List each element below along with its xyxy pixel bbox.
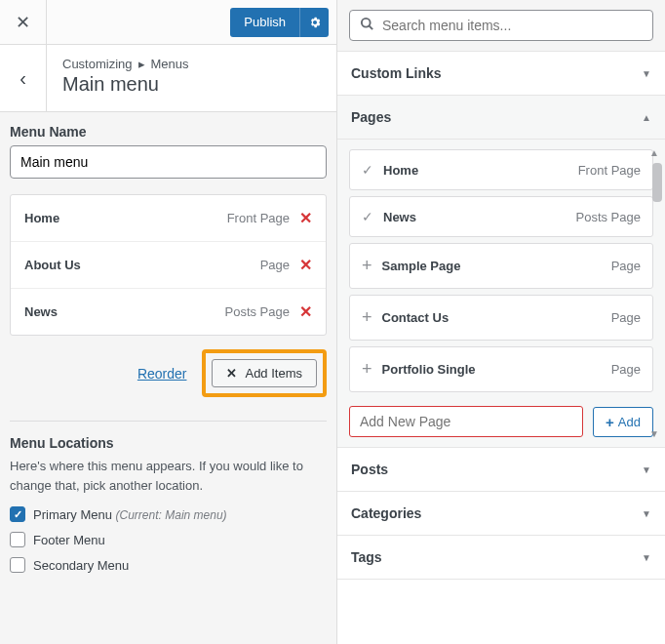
chevron-up-icon: ▲ [642,112,651,123]
add-items-button[interactable]: ✕ Add Items [212,359,317,387]
page-item[interactable]: +Sample PagePage [349,243,653,289]
location-option[interactable]: Primary Menu (Current: Main menu) [10,506,327,522]
page-item[interactable]: +Portfolio SinglePage [349,346,653,392]
menu-name-label: Menu Name [10,124,327,140]
panel-header: ‹ Customizing ▸ Menus Main menu [0,45,336,112]
plus-icon: + [362,359,372,380]
plus-icon: + [362,307,372,328]
page-item-type: Posts Page [576,210,642,224]
publish-button[interactable]: Publish [230,8,299,37]
plus-icon: + [362,256,372,276]
checkbox[interactable] [10,557,25,573]
add-items-highlight: ✕ Add Items [202,349,327,397]
menu-item-type: Page [260,258,290,272]
page-item-label: Portfolio Single [382,362,602,377]
menu-item-label: News [24,304,225,319]
customizer-panel: ✕ Publish ‹ Customizing ▸ Menus Main men… [0,0,337,644]
chevron-down-icon: ▼ [642,552,651,563]
menu-item-type: Front Page [227,211,290,225]
pages-list-wrap: ▲ ▼ ✓HomeFront Page✓NewsPosts Page+Sampl… [337,140,665,448]
location-option[interactable]: Footer Menu [10,532,327,547]
page-item[interactable]: +Contact UsPage [349,295,653,341]
top-bar: ✕ Publish [0,0,336,45]
section-pages[interactable]: Pages ▲ [337,96,665,140]
add-items-label: Add Items [245,366,302,381]
section-tags[interactable]: Tags ▼ [337,536,665,580]
location-option[interactable]: Secondary Menu [10,557,327,573]
divider [10,421,327,422]
reorder-link[interactable]: Reorder [137,366,187,382]
section-categories[interactable]: Categories ▼ [337,492,665,536]
page-item-label: Sample Page [382,259,602,273]
page-item[interactable]: ✓NewsPosts Page [349,196,653,237]
menu-item[interactable]: About UsPage✕ [11,242,326,289]
menu-item-label: Home [24,211,227,225]
menu-locations-desc: Here's where this menu appears. If you w… [10,457,327,495]
chevron-right-icon: ▸ [138,57,145,71]
location-label: Primary Menu (Current: Main menu) [33,507,227,522]
svg-line-1 [369,25,372,29]
page-item-type: Page [611,362,641,377]
add-page-button[interactable]: + Add [593,407,653,437]
page-item[interactable]: ✓HomeFront Page [349,149,653,190]
remove-icon[interactable]: ✕ [299,302,312,321]
menu-name-input[interactable] [10,145,327,179]
add-new-page-input[interactable] [349,406,583,437]
checkbox[interactable] [10,506,25,522]
section-label: Pages [351,109,391,125]
close-icon: ✕ [226,366,237,381]
search-box[interactable] [349,10,653,41]
section-posts[interactable]: Posts ▼ [337,448,665,492]
menu-locations-list: Primary Menu (Current: Main menu)Footer … [10,506,327,573]
check-icon: ✓ [362,162,373,178]
menu-item-type: Posts Page [225,304,291,319]
page-item-type: Front Page [578,163,641,178]
add-button-label: Add [618,415,641,429]
section-label: Categories [351,505,421,521]
menu-item-label: About Us [24,258,260,272]
chevron-down-icon: ▼ [642,508,651,519]
scroll-up-icon[interactable]: ▲ [649,147,659,158]
page-item-label: Contact Us [382,310,602,325]
menu-item[interactable]: HomeFront Page✕ [11,195,326,242]
location-current: (Current: Main menu) [116,508,227,522]
chevron-down-icon: ▼ [642,68,651,79]
section-label: Posts [351,462,388,477]
section-custom-links[interactable]: Custom Links ▼ [337,52,665,96]
checkbox[interactable] [10,532,25,547]
close-icon[interactable]: ✕ [0,0,47,45]
menu-locations-title: Menu Locations [10,435,327,451]
back-icon[interactable]: ‹ [0,45,47,111]
section-label: Custom Links [351,65,442,81]
section-label: Tags [351,549,382,565]
breadcrumb-current: Menus [151,57,189,71]
remove-icon[interactable]: ✕ [299,256,312,274]
page-item-type: Page [611,259,641,273]
location-label: Secondary Menu [33,558,129,573]
available-items-panel: Custom Links ▼ Pages ▲ ▲ ▼ ✓HomeFront Pa… [337,0,665,644]
menu-items-list: HomeFront Page✕About UsPage✕NewsPosts Pa… [10,194,327,336]
check-icon: ✓ [362,209,373,224]
page-item-label: News [383,210,567,224]
search-icon [360,17,374,34]
remove-icon[interactable]: ✕ [299,209,312,227]
gear-icon[interactable] [299,8,329,37]
breadcrumb-parent: Customizing [62,57,133,71]
location-label: Footer Menu [33,533,105,547]
chevron-down-icon: ▼ [642,464,651,475]
scroll-down-icon[interactable]: ▼ [649,428,659,439]
breadcrumb: Customizing ▸ Menus [62,57,321,71]
page-item-type: Page [611,310,641,325]
page-title: Main menu [62,73,321,96]
page-item-label: Home [383,163,568,178]
scrollbar-thumb[interactable] [652,163,662,202]
menu-item[interactable]: NewsPosts Page✕ [11,289,326,335]
svg-point-0 [362,19,371,27]
plus-icon: + [606,414,614,430]
search-input[interactable] [382,18,643,33]
